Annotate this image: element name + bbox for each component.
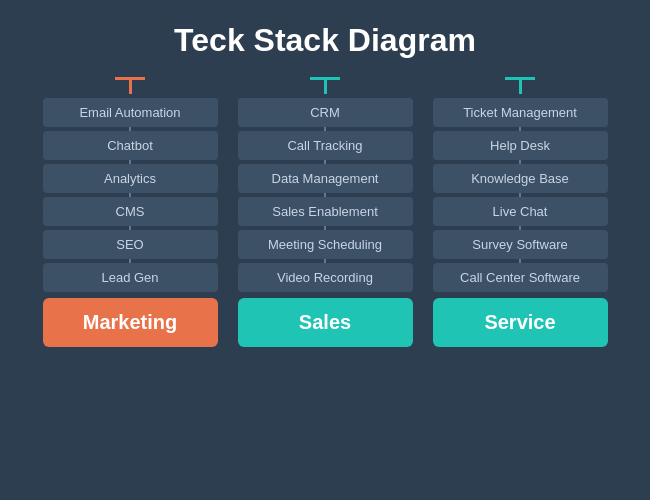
stack-item-sales-5: Video Recording [238, 263, 413, 292]
t-connector-sales [310, 77, 340, 94]
stack-item-sales-3: Sales Enablement [238, 197, 413, 226]
stack-item-marketing-3: CMS [43, 197, 218, 226]
stack-service: Ticket ManagementHelp DeskKnowledge Base… [433, 98, 608, 292]
footer-btn-sales[interactable]: Sales [238, 298, 413, 347]
stack-item-marketing-2: Analytics [43, 164, 218, 193]
stack-item-sales-0: CRM [238, 98, 413, 127]
footer-btn-marketing[interactable]: Marketing [43, 298, 218, 347]
stack-item-sales-1: Call Tracking [238, 131, 413, 160]
column-marketing: Email AutomationChatbotAnalyticsCMSSEOLe… [43, 77, 218, 347]
stack-item-service-0: Ticket Management [433, 98, 608, 127]
footer-btn-service[interactable]: Service [433, 298, 608, 347]
t-connector-service [505, 77, 535, 94]
stack-item-marketing-5: Lead Gen [43, 263, 218, 292]
column-sales: CRMCall TrackingData ManagementSales Ena… [238, 77, 413, 347]
stack-item-marketing-1: Chatbot [43, 131, 218, 160]
page-title: Teck Stack Diagram [174, 22, 476, 59]
stack-item-service-3: Live Chat [433, 197, 608, 226]
column-service: Ticket ManagementHelp DeskKnowledge Base… [433, 77, 608, 347]
stack-item-marketing-0: Email Automation [43, 98, 218, 127]
stack-item-marketing-4: SEO [43, 230, 218, 259]
stack-item-service-4: Survey Software [433, 230, 608, 259]
t-connector-marketing [115, 77, 145, 94]
stack-item-sales-2: Data Management [238, 164, 413, 193]
stack-item-service-5: Call Center Software [433, 263, 608, 292]
stack-sales: CRMCall TrackingData ManagementSales Ena… [238, 98, 413, 292]
stack-marketing: Email AutomationChatbotAnalyticsCMSSEOLe… [43, 98, 218, 292]
columns-wrapper: Email AutomationChatbotAnalyticsCMSSEOLe… [23, 77, 628, 347]
stack-item-service-2: Knowledge Base [433, 164, 608, 193]
stack-item-sales-4: Meeting Scheduling [238, 230, 413, 259]
stack-item-service-1: Help Desk [433, 131, 608, 160]
